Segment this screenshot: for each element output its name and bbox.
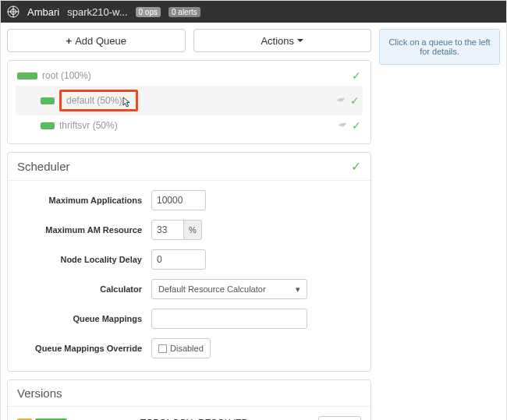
add-queue-label: Add Queue [75,35,126,47]
queue-row-default[interactable]: default (50%) ✓ [16,86,363,115]
brand-label[interactable]: Ambari [27,6,59,18]
calculator-label: Calculator [19,284,151,294]
max-am-label: Maximum AM Resource [19,225,151,235]
versions-title: Versions [17,386,62,400]
main-content: + Add Queue Actions root (100%) ✓ d [1,23,506,420]
scheduler-form: Maximum Applications Maximum AM Resource… [8,181,370,371]
check-icon: ✓ [352,69,361,82]
load-button[interactable]: load [318,416,361,420]
max-apps-input[interactable] [151,190,206,210]
leaf-icon [338,122,347,129]
queue-row-thriftsvr[interactable]: thriftsvr (50%) ✓ [16,115,363,136]
ambari-logo-icon [7,5,20,18]
calculator-select[interactable]: Default Resource Calculator ▾ [151,279,307,299]
check-icon: ✓ [350,94,360,107]
check-icon: ✓ [352,119,361,132]
scheduler-panel: Scheduler ✓ Maximum Applications Maximum… [7,152,371,372]
versions-body: v2 Current TOPOLOGY_RESOLVED load v1 INI… [8,407,370,420]
versions-panel: Versions v2 Current TOPOLOGY_RESOLVED lo… [7,379,371,420]
alerts-badge[interactable]: 0 alerts [168,7,200,17]
queue-row-root[interactable]: root (100%) ✓ [16,65,363,86]
versions-header: Versions [8,380,370,407]
navbar: Ambari spark210-w... 0 ops 0 alerts [1,1,506,23]
plus-icon: + [66,35,73,47]
cursor-icon [122,97,132,109]
capacity-bar [41,122,55,129]
app-window: Ambari spark210-w... 0 ops 0 alerts + Ad… [0,0,507,420]
capacity-bar [17,72,37,79]
queue-label: thriftsvr (50%) [59,120,118,131]
max-am-input[interactable] [151,220,184,240]
scheduler-header: Scheduler ✓ [8,153,370,181]
override-text: Disabled [170,344,204,353]
node-locality-label: Node Locality Delay [19,255,151,264]
queue-label: default (50%) [66,95,122,106]
queue-mappings-row: Queue Mappings [19,309,360,329]
info-text: Click on a queue to the left for details… [388,37,490,56]
scheduler-title: Scheduler [17,160,70,173]
queue-mappings-label: Queue Mappings [19,314,151,323]
node-locality-row: Node Locality Delay [19,249,360,270]
override-checkbox[interactable]: Disabled [151,338,211,358]
toolbar: + Add Queue Actions [7,29,371,52]
version-row-v2: v2 Current TOPOLOGY_RESOLVED load [17,413,361,420]
cluster-name[interactable]: spark210-w... [67,6,127,18]
capacity-bar [41,97,55,104]
highlight-box: default (50%) [59,90,138,111]
max-am-row: Maximum AM Resource % [19,220,360,240]
actions-dropdown[interactable]: Actions [193,29,372,52]
check-icon: ✓ [351,159,361,174]
calculator-row: Calculator Default Resource Calculator ▾ [19,279,360,299]
node-locality-input[interactable] [151,249,206,270]
leaf-icon [336,97,346,104]
caret-down-icon [297,39,303,42]
add-queue-button[interactable]: + Add Queue [7,29,186,52]
calculator-value: Default Resource Calculator [158,284,266,294]
override-label: Queue Mappings Override [19,344,151,353]
max-apps-row: Maximum Applications [19,190,360,210]
override-row: Queue Mappings Override Disabled [19,338,360,358]
ops-badge[interactable]: 0 ops [136,7,161,17]
queue-tree-panel: root (100%) ✓ default (50%) ✓ thriftsvr … [7,60,371,144]
info-message: Click on a queue to the left for details… [379,29,500,65]
actions-label: Actions [261,35,294,47]
select-caret-icon: ▾ [296,284,300,295]
queue-mappings-input[interactable] [151,309,307,329]
checkbox-icon [158,344,167,353]
queue-label: root (100%) [42,70,91,81]
max-apps-label: Maximum Applications [19,196,151,205]
percent-addon: % [184,220,202,240]
left-column: + Add Queue Actions root (100%) ✓ d [7,29,371,420]
